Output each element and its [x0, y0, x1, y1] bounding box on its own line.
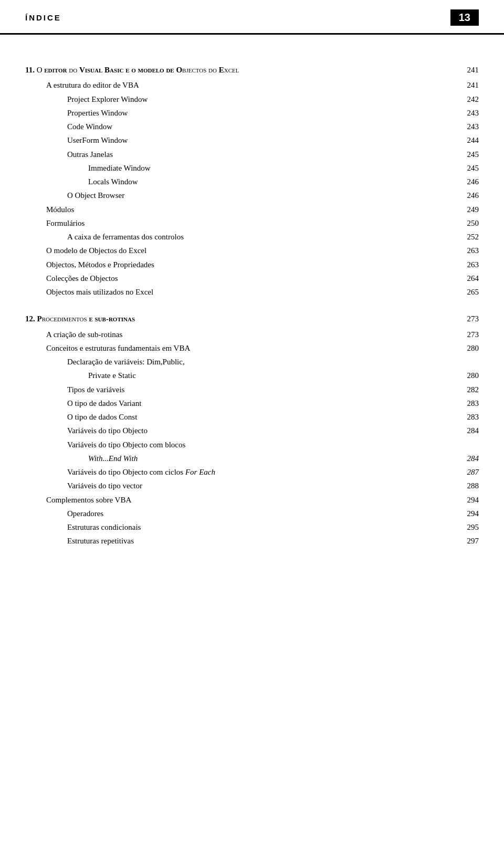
- toc-entry-estruturas-condicionais: Estruturas condicionais 295: [25, 521, 479, 533]
- toc-entry-project-explorer-page: 242: [458, 93, 479, 106]
- toc-entry-estruturas-repetitivas-page: 297: [458, 535, 479, 547]
- toc-entry-estruturas-condicionais-text: Estruturas condicionais: [67, 521, 458, 533]
- toc-entry-modelo-objectos-page: 263: [458, 245, 479, 257]
- toc-entry-variaveis-vector: Variáveis do tipo vector 288: [25, 480, 479, 492]
- toc-entry-objectos-mais: Objectos mais utilizados no Excel 265: [25, 286, 479, 298]
- toc-entry-criacao-sub: A criação de sub-rotinas 273: [25, 329, 479, 341]
- chapter-12-label: Procedimentos e sub-rotinas: [37, 315, 135, 323]
- toc-entry-modulos: Módulos 249: [25, 204, 479, 216]
- toc-entry-with-end-with-text: With...End With: [88, 453, 458, 465]
- toc-entry-properties-window: Properties Window 243: [25, 107, 479, 119]
- toc-entry-variaveis-objecto-page: 284: [458, 425, 479, 437]
- header-page-number: 13: [450, 9, 479, 26]
- chapter-11-section: 11. O editor do Visual Basic e o modelo …: [25, 64, 479, 298]
- toc-entry-criacao-sub-page: 273: [458, 329, 479, 341]
- chapter-11-number: 11.: [25, 66, 37, 74]
- toc-entry-code-window: Code Window 243: [25, 121, 479, 133]
- toc-entry-objectos-metodos: Objectos, Métodos e Propriedades 263: [25, 259, 479, 271]
- toc-entry-code-window-page: 243: [458, 121, 479, 133]
- toc-entry-locals-window-page: 246: [458, 176, 479, 188]
- toc-entry-variaveis-for-each-text: Variáveis do tipo Objecto com ciclos For…: [67, 466, 458, 478]
- toc-entry-locals-window-text: Locals Window: [88, 176, 458, 188]
- toc-entry-estruturas-repetitivas-text: Estruturas repetitivas: [67, 535, 458, 547]
- toc-entry-properties-window-page: 243: [458, 107, 479, 119]
- toc-entry-properties-window-text: Properties Window: [67, 107, 458, 119]
- toc-entry-object-browser-page: 246: [458, 190, 479, 202]
- toc-entry-with-end-with: With...End With 284: [25, 453, 479, 465]
- toc-entry-outras-janelas: Outras Janelas 245: [25, 149, 479, 161]
- toc-entry-variaveis-vector-page: 288: [458, 480, 479, 492]
- page: Índice 13 11. O editor do Visual Basic e…: [0, 0, 504, 859]
- toc-entry-estrutura-text: A estrutura do editor de VBA: [46, 79, 458, 91]
- toc-entry-tipos-variaveis-page: 282: [458, 384, 479, 396]
- toc-entry-userform-window-page: 244: [458, 134, 479, 146]
- chapter-12-section: 12. Procedimentos e sub-rotinas 273 A cr…: [25, 313, 479, 547]
- toc-entry-userform-window: UserForm Window 244: [25, 134, 479, 146]
- toc-entry-coleccoes-objectos: Colecções de Objectos 264: [25, 273, 479, 285]
- content-area: 11. O editor do Visual Basic e o modelo …: [0, 35, 504, 579]
- toc-entry-userform-window-text: UserForm Window: [67, 134, 458, 146]
- page-header: Índice 13: [0, 0, 504, 35]
- toc-entry-tipo-variant-text: O tipo de dados Variant: [67, 397, 458, 410]
- toc-entry-private-static-text: Private e Static: [88, 370, 458, 382]
- toc-entry-immediate-window: Immediate Window 245: [25, 162, 479, 174]
- toc-entry-modulos-page: 249: [458, 204, 479, 216]
- toc-entry-caixa-ferramentas: A caixa de ferramentas dos controlos 252: [25, 231, 479, 243]
- toc-entry-conceitos-estruturas-text: Conceitos e estruturas fundamentais em V…: [46, 342, 458, 354]
- toc-entry-conceitos-estruturas-page: 280: [458, 342, 479, 354]
- toc-entry-tipo-const-text: O tipo de dados Const: [67, 411, 458, 423]
- toc-entry-declaracao-text: Declaração de variáveis: Dim,Public,: [67, 356, 458, 368]
- toc-entry-outras-janelas-text: Outras Janelas: [67, 149, 458, 161]
- toc-entry-formularios-text: Formulários: [46, 217, 458, 229]
- toc-entry-project-explorer-text: Project Explorer Window: [67, 93, 458, 106]
- toc-entry-variaveis-for-each-page: 287: [458, 466, 479, 478]
- toc-entry-project-explorer: Project Explorer Window 242: [25, 93, 479, 106]
- toc-entry-estruturas-condicionais-page: 295: [458, 521, 479, 533]
- toc-entry-objectos-metodos-text: Objectos, Métodos e Propriedades: [46, 259, 458, 271]
- toc-entry-variaveis-vector-text: Variáveis do tipo vector: [67, 480, 458, 492]
- toc-entry-complementos-vba: Complementos sobre VBA 294: [25, 494, 479, 506]
- chapter-12-number: 12.: [25, 315, 37, 323]
- toc-entry-locals-window: Locals Window 246: [25, 176, 479, 188]
- toc-entry-modelo-objectos: O modelo de Objectos do Excel 263: [25, 245, 479, 257]
- toc-entry-tipos-variaveis: Tipos de variáveis 282: [25, 384, 479, 396]
- toc-entry-modulos-text: Módulos: [46, 204, 458, 216]
- toc-entry-object-browser: O Object Browser 246: [25, 190, 479, 202]
- chapter-12-heading: 12. Procedimentos e sub-rotinas 273: [25, 313, 479, 325]
- chapter-12-title: 12. Procedimentos e sub-rotinas: [25, 313, 458, 325]
- toc-entry-complementos-vba-text: Complementos sobre VBA: [46, 494, 458, 506]
- chapter-11-label: O editor do Visual Basic e o modelo de O…: [37, 66, 239, 74]
- toc-entry-estrutura: A estrutura do editor de VBA 241: [25, 79, 479, 91]
- toc-entry-caixa-ferramentas-text: A caixa de ferramentas dos controlos: [67, 231, 458, 243]
- toc-entry-tipo-const-page: 283: [458, 411, 479, 423]
- toc-entry-variaveis-objecto: Variáveis do tipo Objecto 284: [25, 425, 479, 437]
- toc-entry-modelo-objectos-text: O modelo de Objectos do Excel: [46, 245, 458, 257]
- toc-entry-with-end-with-page: 284: [458, 453, 479, 465]
- toc-entry-operadores-text: Operadores: [67, 508, 458, 520]
- toc-entry-variaveis-objecto-text: Variáveis do tipo Objecto: [67, 425, 458, 437]
- toc-entry-estruturas-repetitivas: Estruturas repetitivas 297: [25, 535, 479, 547]
- toc-entry-conceitos-estruturas: Conceitos e estruturas fundamentais em V…: [25, 342, 479, 354]
- header-title: Índice: [25, 13, 61, 22]
- toc-entry-tipo-const: O tipo de dados Const 283: [25, 411, 479, 423]
- toc-entry-coleccoes-objectos-text: Colecções de Objectos: [46, 273, 458, 285]
- toc-entry-object-browser-text: O Object Browser: [67, 190, 458, 202]
- toc-entry-private-static-page: 280: [458, 370, 479, 382]
- toc-entry-coleccoes-objectos-page: 264: [458, 273, 479, 285]
- toc-entry-objectos-metodos-page: 263: [458, 259, 479, 271]
- toc-entry-operadores-page: 294: [458, 508, 479, 520]
- toc-entry-private-static: Private e Static 280: [25, 370, 479, 382]
- toc-entry-tipo-variant: O tipo de dados Variant 283: [25, 397, 479, 410]
- toc-entry-outras-janelas-page: 245: [458, 149, 479, 161]
- chapter-11-heading: 11. O editor do Visual Basic e o modelo …: [25, 64, 479, 76]
- toc-entry-variaveis-objecto-blocos-text: Variáveis do tipo Objecto com blocos: [67, 439, 458, 451]
- chapter-11-page: 241: [458, 64, 479, 76]
- toc-entry-tipos-variaveis-text: Tipos de variáveis: [67, 384, 458, 396]
- chapter-12-page: 273: [458, 313, 479, 325]
- toc-entry-objectos-mais-text: Objectos mais utilizados no Excel: [46, 286, 458, 298]
- chapter-11-title: 11. O editor do Visual Basic e o modelo …: [25, 64, 458, 76]
- toc-entry-criacao-sub-text: A criação de sub-rotinas: [46, 329, 458, 341]
- toc-entry-formularios-page: 250: [458, 217, 479, 229]
- toc-entry-declaracao: Declaração de variáveis: Dim,Public,: [25, 356, 479, 368]
- toc-entry-objectos-mais-page: 265: [458, 286, 479, 298]
